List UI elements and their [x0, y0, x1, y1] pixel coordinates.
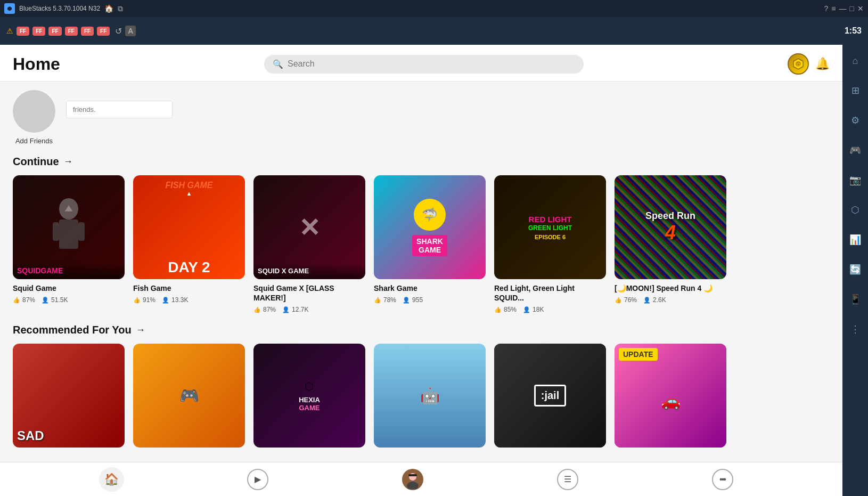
- players-icon-6: 👤: [643, 297, 651, 304]
- sidebar-realtime-icon[interactable]: 🔄: [846, 260, 865, 279]
- alert-icon: ⚠: [6, 27, 13, 35]
- svg-rect-7: [53, 222, 59, 241]
- tab-ff-2[interactable]: FF: [32, 27, 45, 36]
- title-bar-left: BlueStacks 5.3.70.1004 N32 🏠 ⧉: [4, 3, 123, 14]
- search-input[interactable]: [288, 59, 575, 69]
- thumbs-up-icon-3: 👍: [253, 306, 261, 313]
- title-bar: BlueStacks 5.3.70.1004 N32 🏠 ⧉ ? ≡ — □ ✕: [0, 0, 868, 17]
- nav-list[interactable]: ☰: [546, 465, 589, 494]
- sidebar-home-icon[interactable]: ⌂: [846, 51, 865, 70]
- speed-run-stats: 👍 76% 👤 2.6K: [615, 296, 726, 304]
- sidebar-more-icon[interactable]: ⋮: [846, 320, 865, 339]
- nav-more[interactable]: •••: [701, 465, 744, 494]
- game-card-car[interactable]: UPDATE 🚗: [615, 344, 726, 452]
- speed-run-like: 👍 76%: [615, 296, 637, 304]
- game-card-sad[interactable]: SAD: [13, 344, 125, 452]
- svg-text:⬡: ⬡: [797, 62, 800, 67]
- players-icon: 👤: [42, 297, 49, 304]
- game-card-red-light[interactable]: RED LIGHT GREEN LIGHT EPISODE 6 Red Ligh…: [494, 175, 606, 313]
- game-card-squid-x[interactable]: ✕ SQUID X GAME Squid Game X [GLASS MAKER…: [253, 175, 365, 313]
- sidebar-game-icon[interactable]: 🎮: [846, 141, 865, 160]
- game-card-shark-game[interactable]: 🦈 SHARK GAME Shark Game 👍 7: [374, 175, 486, 313]
- more-nav-icon: •••: [719, 475, 725, 484]
- players-icon-5: 👤: [523, 306, 530, 313]
- game-card-rec4[interactable]: 🤖: [374, 344, 486, 452]
- game-thumbnail-speed-run: Speed Run 4: [615, 175, 726, 279]
- recommended-section-header: Recommended For You →: [13, 324, 830, 336]
- text-icon[interactable]: A: [125, 26, 136, 36]
- sidebar-macro-icon[interactable]: ⬡: [846, 200, 865, 219]
- shark-game-players: 👤 955: [403, 296, 423, 304]
- nav-home[interactable]: 🏠: [99, 467, 124, 492]
- home-nav-icon: 🏠: [104, 473, 119, 486]
- sidebar-layers-icon[interactable]: ⊞: [846, 81, 865, 100]
- avatar-circle: [13, 90, 55, 133]
- thumbs-up-icon-2: 👍: [133, 297, 141, 304]
- players-icon-3: 👤: [282, 306, 290, 313]
- minimize-icon[interactable]: —: [839, 4, 847, 13]
- game-card-rec2[interactable]: 🎮: [133, 344, 245, 452]
- menu-icon[interactable]: ≡: [831, 4, 836, 13]
- title-bar-right: ? ≡ — □ ✕: [824, 4, 864, 13]
- continue-title: Continue: [13, 156, 59, 168]
- recommended-title: Recommended For You: [13, 324, 132, 336]
- friends-section: Add Friends: [13, 90, 830, 145]
- sidebar-performance-icon[interactable]: 📊: [846, 230, 865, 249]
- search-bar[interactable]: 🔍: [264, 55, 584, 74]
- friends-row: Add Friends: [13, 90, 830, 145]
- sidebar-gear-icon[interactable]: ⚙: [846, 111, 865, 130]
- help-icon[interactable]: ?: [824, 4, 829, 13]
- recommended-game-grid: SAD 🎮 ⬡ HEXIA: [13, 344, 830, 452]
- game-card-hexia[interactable]: ⬡ HEXIA GAME: [253, 344, 365, 452]
- svg-rect-6: [59, 219, 78, 249]
- shark-game-like: 👍 78%: [374, 296, 396, 304]
- sidebar-tv-icon[interactable]: 📱: [846, 290, 865, 309]
- tab-ff-5[interactable]: FF: [81, 27, 94, 36]
- header: Home 🔍 ⬡ 🔔: [0, 45, 842, 82]
- add-friends-label: Add Friends: [15, 137, 53, 145]
- red-light-name: Red Light, Green Light SQUID...: [494, 283, 606, 303]
- squid-x-players: 👤 12.7K: [282, 306, 308, 313]
- fish-game-name: Fish Game: [133, 283, 245, 293]
- sidebar-camera-icon[interactable]: 📷: [846, 170, 865, 190]
- app-title: BlueStacks 5.3.70.1004 N32: [19, 5, 100, 12]
- refresh-icon[interactable]: ↺: [115, 26, 122, 36]
- maximize-icon[interactable]: □: [850, 4, 854, 13]
- game-card-squid-game[interactable]: SQUIDGAME Squid Game 👍 87% 👤 51.5K: [13, 175, 125, 313]
- game-thumbnail-fish-game: FISH GAME ▲ DAY 2: [133, 175, 245, 279]
- scroll-content: Add Friends Continue →: [0, 82, 842, 496]
- thumbs-up-icon-6: 👍: [615, 297, 622, 304]
- game-thumbnail-red-light: RED LIGHT GREEN LIGHT EPISODE 6: [494, 175, 606, 279]
- tab-ff-3[interactable]: FF: [48, 27, 61, 36]
- game-thumbnail-squid-x: ✕ SQUID X GAME: [253, 175, 365, 279]
- nav-avatar[interactable]: [391, 465, 434, 494]
- close-icon[interactable]: ✕: [857, 4, 864, 13]
- home-title-icon[interactable]: 🏠: [104, 4, 113, 13]
- svg-rect-8: [78, 222, 85, 241]
- multi-instance-icon[interactable]: ⧉: [118, 4, 123, 13]
- svg-rect-13: [408, 474, 417, 476]
- bell-icon[interactable]: 🔔: [815, 57, 830, 71]
- game-card-speed-run[interactable]: Speed Run 4 [🌙MOON!] Speed Run 4 🌙 👍 76%: [615, 175, 726, 313]
- header-actions: ⬡ 🔔: [788, 53, 830, 75]
- recommended-arrow[interactable]: →: [136, 324, 145, 336]
- tab-ff-4[interactable]: FF: [65, 27, 78, 36]
- continue-game-grid: SQUIDGAME Squid Game 👍 87% 👤 51.5K: [13, 175, 830, 313]
- squid-game-like: 👍 87%: [13, 296, 35, 304]
- fish-game-players: 👤 13.3K: [162, 296, 188, 304]
- nav-play[interactable]: ▶: [236, 465, 279, 494]
- squid-game-players: 👤 51.5K: [42, 296, 68, 304]
- tab-ff-6[interactable]: FF: [97, 27, 110, 36]
- shark-game-name: Shark Game: [374, 283, 486, 293]
- red-light-stats: 👍 85% 👤 18K: [494, 306, 606, 313]
- bluestacks-coin-button[interactable]: ⬡: [788, 53, 809, 75]
- continue-arrow[interactable]: →: [63, 156, 73, 167]
- friend-input[interactable]: [66, 101, 173, 118]
- tab-ff-1[interactable]: FF: [17, 27, 29, 36]
- game-card-fish-game[interactable]: FISH GAME ▲ DAY 2 Fish Game 👍 91%: [133, 175, 245, 313]
- bottom-nav: 🏠 ▶ ☰: [0, 462, 842, 496]
- game-thumbnail-squid-game: SQUIDGAME: [13, 175, 125, 279]
- game-thumbnail-hexia: ⬡ HEXIA GAME: [253, 344, 365, 448]
- main-layout: Home 🔍 ⬡ 🔔: [0, 45, 868, 496]
- game-card-jail[interactable]: :jail: [494, 344, 606, 452]
